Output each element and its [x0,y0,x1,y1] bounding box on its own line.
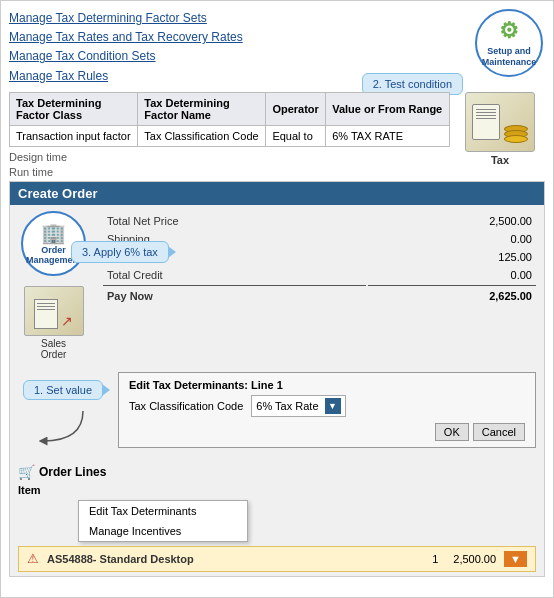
order-line-price: 2,500.00 [453,553,496,565]
om-icon: 🏢 [41,221,66,245]
table-row: Transaction input factor Tax Classificat… [10,125,450,146]
create-order-section: Create Order 🏢 OrderManagement ↗ [9,181,545,577]
edit-tax-title: Edit Tax Determinants: Line 1 [129,379,525,391]
top-links: Manage Tax Determining Factor Sets Manag… [9,9,545,86]
set-value-area: 1. Set value [18,372,108,446]
price-row-paynow: Pay Now 2,625.00 [103,285,536,304]
order-lines-label: Order Lines [39,465,106,479]
link-tax-condition-sets[interactable]: Manage Tax Condition Sets [9,47,545,66]
cell-factor-name: Tax Classification Code [138,125,266,146]
price-row-credit: Total Credit 0.00 [103,267,536,283]
cell-value: 6% TAX RATE [326,125,450,146]
so-red-mark: ↗ [61,313,73,329]
tax-classification-select[interactable]: 6% Tax Rate ▼ [251,395,345,417]
create-order-header: Create Order [10,182,544,205]
price-row-net: Total Net Price 2,500.00 [103,213,536,229]
sales-order-label: SalesOrder [41,338,67,360]
context-menu: Edit Tax Determinants Manage Incentives [78,500,248,542]
so-icon-content: ↗ [30,295,77,333]
tax-label: Tax [491,154,509,166]
tax-table: Tax DeterminingFactor Class Tax Determin… [9,92,450,147]
cell-factor-class: Transaction input factor [10,125,138,146]
edit-tax-section: 1. Set value Edit Tax Determinant [10,366,544,460]
runtime-left: 🏢 OrderManagement ↗ SalesOrder [16,211,91,360]
runtime-right: 3. Apply 6% tax Total Net Price 2,500.00… [101,211,538,360]
dropdown-arrow-icon[interactable]: ▼ [325,398,341,414]
order-lines-section: 🛒 Order Lines Item Edit Tax Determinants… [10,460,544,576]
ok-button[interactable]: OK [435,423,469,441]
cancel-button[interactable]: Cancel [473,423,525,441]
edit-tax-field-row: Tax Classification Code 6% Tax Rate ▼ [129,395,525,417]
edit-tax-buttons: OK Cancel [129,423,525,441]
arrow-curve [33,406,93,446]
sales-order-icon: ↗ SalesOrder [24,286,84,360]
coin-stack-icon [504,125,528,140]
col-header-operator: Operator [266,92,326,125]
cell-operator: Equal to [266,125,326,146]
link-tax-rules[interactable]: Manage Tax Rules [9,67,545,86]
col-header-name: Tax DeterminingFactor Name [138,92,266,125]
price-val-net: 2,500.00 [368,213,536,229]
edit-tax-determinants-box: Edit Tax Determinants: Line 1 Tax Classi… [118,372,536,448]
context-menu-item-edit-tax[interactable]: Edit Tax Determinants [79,501,247,521]
table-wrapper: Tax DeterminingFactor Class Tax Determin… [9,92,450,147]
price-val-paynow: 2,625.00 [368,285,536,304]
apply-tax-bubble: 3. Apply 6% tax [71,241,169,263]
tax-classification-label: Tax Classification Code [129,400,243,412]
setup-maintenance-button[interactable]: ⚙ Setup and Maintenance [475,9,543,77]
order-line-qty: 1 [425,553,445,565]
set-value-bubble: 1. Set value [23,380,103,400]
cart-icon: 🛒 [18,464,35,480]
tax-icon-box [465,92,535,152]
gear-icon: ⚙ [499,18,519,44]
price-val-credit: 0.00 [368,267,536,283]
context-menu-item-manage-incentives[interactable]: Manage Incentives [79,521,247,541]
col-header-value: Value or From Range [326,92,450,125]
tax-classification-value: 6% Tax Rate [256,400,318,412]
main-container: ⚙ Setup and Maintenance Manage Tax Deter… [0,0,554,598]
runtime-content: 🏢 OrderManagement ↗ SalesOrder [10,205,544,366]
doc-icon [472,104,500,140]
so-doc [34,299,58,329]
order-lines-header: 🛒 Order Lines [18,464,536,480]
item-column-header: Item [18,484,536,496]
warning-icon: ⚠ [27,551,39,566]
order-line-name: AS54888- Standard Desktop [47,553,417,565]
edit-tax-layout: 1. Set value Edit Tax Determinant [18,372,536,454]
tax-image: Tax [455,92,545,166]
price-val-tax: 125.00 [368,249,536,265]
link-tax-factor-sets[interactable]: Manage Tax Determining Factor Sets [9,9,545,28]
tax-icon-content [472,104,528,140]
setup-btn-label: Setup and Maintenance [482,46,537,68]
link-tax-rates[interactable]: Manage Tax Rates and Tax Recovery Rates [9,28,545,47]
col-header-class: Tax DeterminingFactor Class [10,92,138,125]
order-line-action-button[interactable]: ▼ [504,551,527,567]
price-label-paynow: Pay Now [103,285,366,304]
price-val-shipping: 0.00 [368,231,536,247]
sales-order-img: ↗ [24,286,84,336]
run-time-label: Run time [9,166,545,178]
price-label-credit: Total Credit [103,267,366,283]
price-label-net: Total Net Price [103,213,366,229]
order-line-row: ⚠ AS54888- Standard Desktop 1 2,500.00 ▼ [18,546,536,572]
